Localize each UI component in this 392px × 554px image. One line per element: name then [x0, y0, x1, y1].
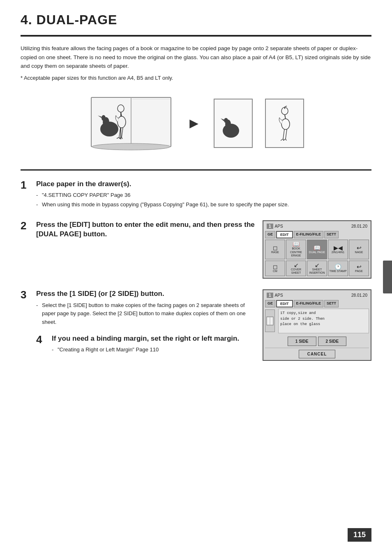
- svg-point-2: [92, 143, 170, 150]
- step-2-number-col: 2: [21, 220, 36, 231]
- lcd1-tab-sett[interactable]: SETT: [324, 231, 339, 238]
- step-1-bullet-1: "4.SETTING COPY PAPER" Page 36: [36, 191, 371, 200]
- single-bird-dark-svg: [218, 103, 249, 144]
- lcd2-screen: 1 APS 28.01.20 GE EDIT E-FILING/FILE SET…: [263, 289, 371, 361]
- top-rule: [21, 35, 371, 37]
- lcd2-side-buttons: 1 SIDE 2 SIDE: [265, 337, 369, 346]
- step-2-title: Press the [EDIT] button to enter the edi…: [36, 220, 256, 238]
- lcd1-btn-cm[interactable]: ◻ CM: [265, 261, 285, 277]
- lcd2-aps: APS: [275, 293, 283, 298]
- lcd2-tab-ge[interactable]: GE: [265, 300, 275, 307]
- page-title: 4. DUAL-PAGE: [21, 12, 371, 28]
- section-rule: [21, 169, 371, 171]
- lcd2-tab-sett[interactable]: SETT: [324, 300, 339, 307]
- step-3-bullet-1: Select the [1 SIDE] button to make copie…: [36, 301, 256, 327]
- lcd2-top-bar: 1 APS 28.01.20: [265, 292, 369, 299]
- step-4-body: If you need a binding margin, set the ri…: [52, 334, 239, 355]
- svg-point-25: [281, 119, 290, 129]
- lcd1-btn-dual-page[interactable]: 📖 DUAL PAGE: [307, 240, 327, 259]
- lcd1-date: 28.01.20: [351, 224, 367, 229]
- lcd1-btn-sheet-insertion[interactable]: ↙ SHEETINSERTION: [307, 261, 327, 277]
- lcd1-num: 1: [267, 224, 273, 229]
- lcd2-wrapper: 1 APS 28.01.20 GE EDIT E-FILING/FILE SET…: [263, 289, 371, 361]
- lcd2-num: 1: [267, 293, 273, 298]
- lcd1-top-bar: 1 APS 28.01.20: [265, 223, 369, 230]
- step-1-bullets: "4.SETTING COPY PAPER" Page 36 When usin…: [36, 191, 371, 209]
- lcd1-tab-efiling[interactable]: E-FILING/FILE: [294, 231, 324, 238]
- svg-point-8: [118, 105, 124, 112]
- lcd1-btn-page[interactable]: ↩ PAGE: [349, 261, 369, 277]
- illustration-area: ►: [21, 90, 371, 157]
- intro-note: * Acceptable paper sizes for this functi…: [21, 75, 371, 81]
- lcd2-content-row: 1T copy,size and side or 2 side. Then pl…: [265, 309, 369, 335]
- lcd2-tab-edit[interactable]: EDIT: [276, 300, 293, 307]
- page-number: 115: [348, 528, 371, 542]
- book-illustration: [88, 94, 174, 153]
- lcd1-tab-ge[interactable]: GE: [265, 231, 275, 238]
- lcd2-tab-row: GE EDIT E-FILING/FILE SETT: [265, 300, 369, 307]
- step-2-body: Press the [EDIT] button to enter the edi…: [36, 220, 371, 279]
- step-1-number: 1: [21, 179, 26, 191]
- lcd1-btn-book-centre[interactable]: 📖 BOOK CENTREERASE: [286, 240, 306, 259]
- step-2-text: Press the [EDIT] button to enter the edi…: [36, 220, 256, 241]
- lcd1-aps: APS: [275, 224, 283, 229]
- step-1-title: Place paper in the drawer(s).: [36, 180, 371, 189]
- step-3-body: Press the [1 SIDE] (or [2 SIDE]) button.…: [36, 289, 371, 361]
- lcd1-row1-buttons: ◻ RASE 📖 BOOK CENTREERASE 📖 DUAL PAGE: [265, 240, 369, 259]
- svg-point-21: [224, 118, 228, 123]
- svg-point-19: [223, 124, 239, 138]
- svg-line-27: [286, 129, 287, 139]
- page-container: 4. DUAL-PAGE Utilizing this feature allo…: [0, 0, 392, 554]
- single-bird-light-svg: [269, 103, 300, 144]
- svg-line-33: [285, 106, 287, 107]
- lcd2-btn-1side[interactable]: 1 SIDE: [288, 337, 316, 346]
- step-3-row: 3 Press the [1 SIDE] (or [2 SIDE]) butto…: [21, 289, 371, 361]
- svg-line-31: [286, 139, 286, 141]
- lcd1-btn-2in1[interactable]: ▶◀ 2IN1/4IN1: [328, 240, 348, 259]
- lcd1-btn-cover-sheet[interactable]: ↙ COVER SHEET: [286, 261, 306, 277]
- lcd1-btn-time-stamp[interactable]: 🕐 TIME STAMP: [328, 261, 348, 277]
- step-4-bullets: "Creating a Right or Left Margin" Page 1…: [52, 346, 239, 354]
- single-page-right: [265, 99, 304, 148]
- step-1-number-col: 1: [21, 180, 36, 190]
- lcd2-btn-2side[interactable]: 2 SIDE: [318, 337, 347, 346]
- step-2-with-screen: Press the [EDIT] button to enter the edi…: [36, 220, 371, 279]
- arrow-icon: ►: [187, 115, 201, 132]
- lcd1-screen: 1 APS 28.01.20 GE EDIT E-FILING/FILE SET…: [263, 220, 371, 279]
- lcd2-tab-efiling[interactable]: E-FILING/FILE: [294, 300, 324, 307]
- step-1-bullet-2: When using this mode in bypass copying (…: [36, 201, 371, 209]
- lcd1-btn-erase[interactable]: ◻ RASE: [265, 240, 285, 259]
- step-2-row: 2 Press the [EDIT] button to enter the e…: [21, 220, 371, 279]
- lcd2-cancel-row: CANCEL: [265, 348, 369, 358]
- right-sidebar-tab: [383, 261, 392, 293]
- lcd2-text-area: 1T copy,size and side or 2 side. Then pl…: [278, 309, 369, 333]
- intro-paragraph: Utilizing this feature allows the facing…: [21, 44, 371, 71]
- book-svg: [88, 94, 174, 152]
- svg-line-28: [281, 139, 283, 141]
- step-3-number: 3: [21, 289, 26, 301]
- step-4-bullet-1: "Creating a Right or Left Margin" Page 1…: [52, 346, 239, 354]
- svg-marker-22: [221, 118, 224, 121]
- lcd2-icon-col: [265, 309, 277, 335]
- lcd1-btn-nage[interactable]: ↩ NAGE: [349, 240, 369, 259]
- lcd2-date: 28.01.20: [351, 293, 367, 298]
- lcd1-row2-buttons: ◻ CM ↙ COVER SHEET ↙ SHEETINSERTION: [265, 261, 369, 277]
- svg-point-5: [101, 115, 106, 121]
- step-3-bullets: Select the [1 SIDE] button to make copie…: [36, 301, 256, 327]
- step-4-number: 4: [36, 333, 42, 346]
- lcd1-tab-edit[interactable]: EDIT: [276, 231, 293, 238]
- step-1-body: Place paper in the drawer(s). "4.SETTING…: [36, 180, 371, 210]
- steps-section: 1 Place paper in the drawer(s). "4.SETTI…: [21, 180, 371, 361]
- step-3-with-screen: Press the [1 SIDE] (or [2 SIDE]) button.…: [36, 289, 371, 361]
- lcd2-cancel-button[interactable]: CANCEL: [299, 350, 336, 358]
- lcd1-tab-row: GE EDIT E-FILING/FILE SETT: [265, 231, 369, 238]
- step-1-row: 1 Place paper in the drawer(s). "4.SETTI…: [21, 180, 371, 210]
- lcd2-book-icon: [265, 309, 275, 332]
- lcd1-wrapper: 1 APS 28.01.20 GE EDIT E-FILING/FILE SET…: [263, 220, 371, 279]
- step-4-title: If you need a binding margin, set the ri…: [52, 334, 239, 343]
- step-3-text: Press the [1 SIDE] (or [2 SIDE]) button.…: [36, 289, 256, 355]
- step-4-row: 4 If you need a binding margin, set the …: [36, 334, 256, 355]
- step-4-number-col: 4: [36, 334, 52, 345]
- step-4-container: 4 If you need a binding margin, set the …: [36, 334, 256, 355]
- svg-line-26: [283, 129, 284, 139]
